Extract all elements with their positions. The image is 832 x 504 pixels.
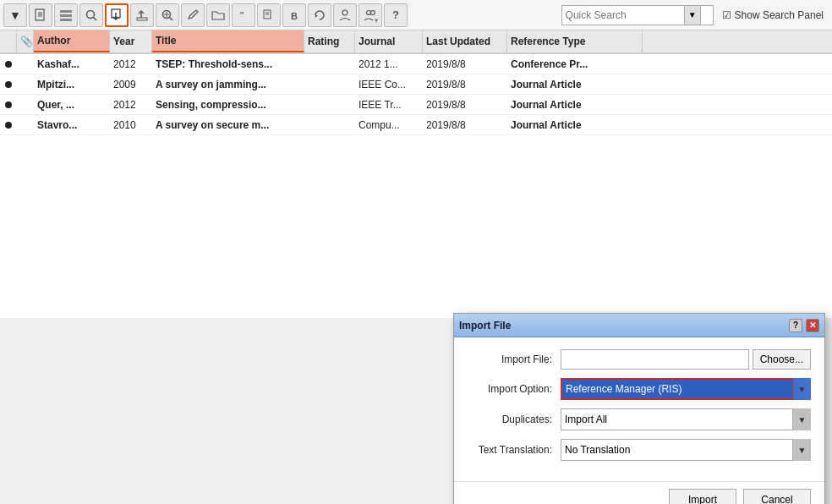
table-header: 📎 Author Year Title Rating Journal Last …: [0, 30, 832, 54]
col-ref-type-header[interactable]: Reference Type: [507, 30, 643, 52]
text-translation-select[interactable]: No TranslationWestern European (Windows)…: [561, 439, 811, 461]
sync-button[interactable]: [308, 3, 331, 27]
find-full-text-button[interactable]: [79, 3, 103, 27]
open-file-button[interactable]: [206, 3, 230, 27]
svg-rect-5: [60, 14, 72, 17]
cancel-button[interactable]: Cancel: [743, 489, 811, 504]
row-indicator: [0, 100, 17, 110]
search-input[interactable]: [566, 9, 684, 21]
list-icon: [59, 8, 73, 22]
cite-button[interactable]: ": [232, 3, 255, 27]
col-author-header[interactable]: Author: [34, 30, 110, 52]
svg-point-23: [367, 10, 371, 14]
col-title-header[interactable]: Title: [152, 30, 304, 52]
row-journal: IEEE Co...: [355, 77, 423, 92]
import-file-input[interactable]: [561, 349, 749, 370]
dialog-close-button[interactable]: ✕: [806, 319, 819, 332]
text-translation-label: Text Translation:: [468, 444, 561, 456]
row-attachment: [17, 63, 34, 66]
row-last-updated: 2019/8/8: [423, 77, 507, 92]
dot-icon: [5, 61, 12, 68]
edit-button[interactable]: [181, 3, 205, 27]
search-lib-button[interactable]: [156, 3, 179, 27]
col-journal-header[interactable]: Journal: [355, 30, 423, 52]
row-rating: [304, 63, 355, 66]
row-journal: IEEE Tr...: [355, 97, 423, 112]
import-button[interactable]: Import: [669, 489, 736, 504]
edit-icon: [186, 8, 200, 22]
insert-cite-icon: [262, 8, 276, 22]
quick-search-box[interactable]: ▼: [561, 5, 714, 25]
dialog-titlebar: Import File ? ✕: [454, 314, 824, 337]
col-indicator-header[interactable]: [0, 30, 17, 52]
col-rating-header[interactable]: Rating: [304, 30, 355, 52]
checkbox-icon: ☑: [722, 9, 731, 21]
dialog-title: Import File: [459, 320, 511, 331]
import-option-wrapper[interactable]: Reference Manager (RIS)EndNote ImportBib…: [561, 378, 811, 400]
magnify-icon: [85, 8, 98, 22]
import-option-select[interactable]: Reference Manager (RIS)EndNote ImportBib…: [561, 378, 811, 400]
list-view-button[interactable]: [54, 3, 78, 27]
row-rating: [304, 123, 355, 127]
export-icon: [135, 8, 149, 22]
dialog-content: Import File: Choose... Import Option: Re…: [454, 337, 824, 481]
row-author: Stavro...: [34, 118, 110, 133]
table-row[interactable]: Quer, ... 2012 Sensing, compressio... IE…: [0, 95, 832, 115]
row-rating: [304, 83, 355, 86]
person-icon: [338, 8, 352, 22]
table-row[interactable]: Stavro... 2010 A survey on secure m... C…: [0, 115, 832, 135]
help-button[interactable]: ?: [384, 3, 408, 27]
format-bib-icon: B: [287, 8, 301, 22]
text-translation-row: Text Translation: No TranslationWestern …: [468, 439, 811, 461]
col-last-updated-header[interactable]: Last Updated: [423, 30, 507, 52]
show-search-panel-button[interactable]: ☑ Show Search Panel: [717, 8, 829, 23]
row-title: TSEP: Threshold-sens...: [152, 57, 304, 72]
row-attachment: [17, 83, 34, 86]
row-indicator: [0, 79, 17, 90]
groups-button[interactable]: ▼: [359, 3, 382, 27]
help-icon: ?: [392, 8, 399, 21]
row-attachment: [17, 123, 34, 127]
col-year-header[interactable]: Year: [110, 30, 152, 52]
svg-point-7: [87, 10, 95, 18]
search-dropdown-button[interactable]: ▼: [684, 5, 701, 25]
svg-point-22: [342, 10, 348, 15]
row-title: A survey on jamming...: [152, 77, 304, 92]
format-bib-button[interactable]: B: [282, 3, 306, 27]
dialog-help-icon: ?: [793, 320, 798, 330]
row-year: 2012: [110, 57, 152, 72]
dialog-close-icon: ✕: [809, 320, 816, 330]
row-year: 2012: [110, 97, 152, 112]
import-references-button[interactable]: [105, 3, 129, 27]
table-row[interactable]: Kashaf... 2012 TSEP: Threshold-sens... 2…: [0, 54, 832, 74]
new-reference-button[interactable]: [29, 3, 52, 27]
row-attachment: [17, 103, 34, 107]
row-year: 2009: [110, 77, 152, 92]
row-journal: 2012 1...: [355, 57, 423, 72]
row-indicator: [0, 120, 17, 130]
text-translation-wrapper[interactable]: No TranslationWestern European (Windows)…: [561, 439, 811, 461]
row-rating: [304, 103, 355, 107]
import-option-row: Import Option: Reference Manager (RIS)En…: [468, 378, 811, 400]
toolbar-dropdown-arrow[interactable]: ▼: [3, 3, 27, 27]
insert-citation-button[interactable]: [257, 3, 281, 27]
duplicates-wrapper[interactable]: Import AllDiscard DuplicatesImport into …: [561, 408, 811, 430]
table-row[interactable]: Mpitzi... 2009 A survey on jamming... IE…: [0, 74, 832, 95]
col-attach-header[interactable]: 📎: [17, 30, 34, 52]
row-last-updated: 2019/8/8: [423, 118, 507, 133]
dialog-help-button[interactable]: ?: [789, 319, 802, 332]
row-title: A survey on secure m...: [152, 118, 304, 133]
choose-button[interactable]: Choose...: [753, 349, 811, 370]
svg-line-8: [94, 17, 97, 20]
duplicates-select[interactable]: Import AllDiscard DuplicatesImport into …: [561, 408, 811, 430]
toolbar: ▼: [0, 0, 832, 30]
export-button[interactable]: [130, 3, 154, 27]
svg-line-14: [170, 17, 173, 20]
svg-rect-4: [60, 10, 72, 13]
svg-rect-12: [137, 18, 147, 20]
find-duplicates-button[interactable]: [333, 3, 357, 27]
dropdown-arrow-icon: ▼: [9, 8, 21, 22]
duplicates-row: Duplicates: Import AllDiscard Duplicates…: [468, 408, 811, 430]
row-author: Quer, ...: [34, 97, 110, 112]
dot-icon: [5, 81, 12, 88]
